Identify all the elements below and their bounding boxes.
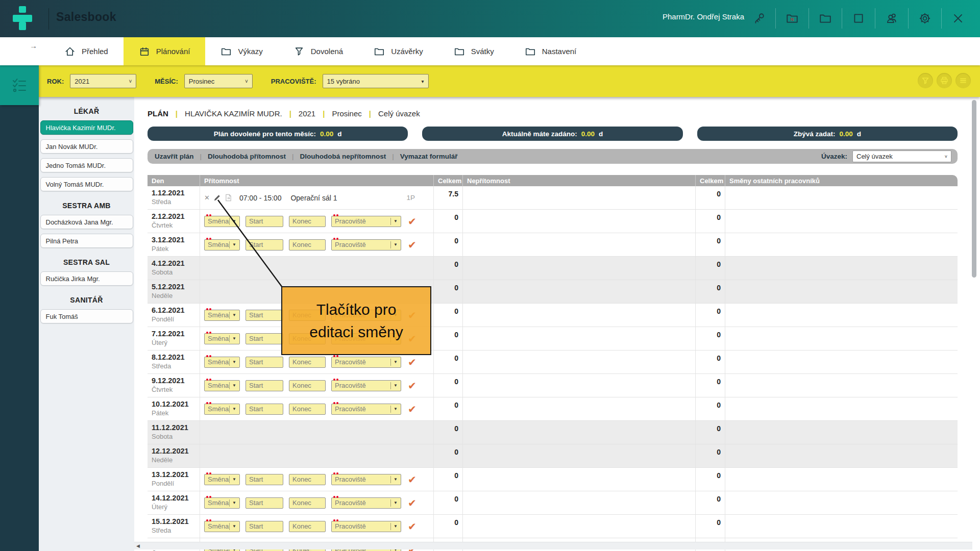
staff-item[interactable]: Pilná Petra [40,234,133,248]
month-select[interactable]: Prosinec ˅ [184,74,253,88]
shift-select[interactable]: Směna▼ [204,497,240,509]
vertical-scrollbar[interactable] [972,100,976,278]
year-select[interactable]: 2021 ˅ [70,74,136,88]
tab-vykazy[interactable]: Výkazy [205,37,278,65]
start-input[interactable]: Start [246,380,283,391]
workplace-row-select[interactable]: Pracoviště▼ [331,216,401,227]
shift-select[interactable]: Směna▼ [204,404,240,415]
row-date: 11.12.2021 [152,423,195,432]
user-name[interactable]: PharmDr. Ondřej Straka [663,12,744,21]
tab-nastaveni[interactable]: Nastavení [509,37,592,65]
edit-shift-icon[interactable] [213,194,221,202]
confirm-check-icon[interactable]: ✔ [408,239,416,251]
workplace-row-select[interactable]: Pracoviště▼ [331,310,401,321]
start-input[interactable]: Start [246,310,283,321]
tab-planovani[interactable]: Plánování [124,37,206,65]
start-input[interactable]: Start [246,239,283,251]
end-input[interactable]: Konec [289,497,326,509]
shift-select[interactable]: Směna▼ [204,239,240,251]
workplace-select[interactable]: 15 vybráno ▾ [323,74,429,88]
workplace-row-select[interactable]: Pracoviště▼ [331,497,401,509]
table-row: 15.12.2021 Středa Směna▼ Start Konec Pra… [148,515,958,538]
staff-item[interactable]: Hlavička Kazimír MUDr. [40,120,133,135]
workplace-row-select[interactable]: Pracoviště▼ [331,333,401,344]
gear-icon[interactable] [917,11,933,26]
delete-shift-icon[interactable]: ✕ [204,194,210,201]
confirm-check-icon[interactable]: ✔ [408,356,416,368]
start-input[interactable]: Start [246,497,283,509]
uvazek-select[interactable]: Celý úvazek ˅ [852,151,951,162]
toolbar-link[interactable]: Vymazat formulář [400,153,458,160]
confirm-check-icon[interactable]: ✔ [408,309,416,321]
staff-item[interactable]: Docházková Jana Mgr. [40,215,133,229]
shift-select[interactable]: Směna▼ [204,310,240,321]
day-cell: 6.12.2021 Pondělí [148,304,200,327]
end-input[interactable]: Konec [289,357,326,368]
tab-svatky[interactable]: Svátky [438,37,509,65]
staff-item[interactable]: Fuk Tomáš [40,309,133,323]
workplace-row-select[interactable]: Pracoviště▼ [331,521,401,532]
confirm-check-icon[interactable]: ✔ [408,403,416,415]
folder-n-icon[interactable]: N [785,11,800,26]
staff-item[interactable]: Jedno Tomáš MUDr. [40,158,133,172]
table-row: 4.12.2021 Sobota00 [148,257,958,280]
start-input[interactable]: Start [246,521,283,532]
start-input[interactable]: Start [246,333,283,344]
scroll-left-arrow-icon[interactable]: ◀ [136,543,140,548]
pill-unit: d [337,130,341,138]
workplace-row-select[interactable]: Pracoviště▼ [331,357,401,368]
shift-select[interactable]: Směna▼ [204,357,240,368]
square-icon[interactable] [851,11,866,26]
tab-uzaverky[interactable]: Uzávěrky [358,37,438,65]
start-input[interactable]: Start [246,404,283,415]
shift-select[interactable]: Směna▼ [204,521,240,532]
start-input[interactable]: Start [246,357,283,368]
key-icon[interactable] [751,11,767,26]
confirm-check-icon[interactable]: ✔ [408,497,416,509]
end-input[interactable]: Konec [289,380,326,391]
shift-select[interactable]: Směna▼ [204,474,240,485]
checklist-panel-button[interactable] [0,65,39,105]
users-icon[interactable] [884,11,899,26]
confirm-check-icon[interactable]: ✔ [408,215,416,228]
end-input[interactable]: Konec [289,521,326,532]
close-icon[interactable] [950,11,966,26]
uvazek-control: Úvazek: Celý úvazek ˅ [821,151,951,162]
nav-arrow-icon[interactable]: → [30,41,37,50]
shift-select[interactable]: Směna▼ [204,333,240,344]
copy-shift-icon[interactable] [225,194,232,202]
confirm-check-icon[interactable]: ✔ [408,473,416,486]
filter-button[interactable] [918,73,933,88]
end-input[interactable]: Konec [289,216,326,227]
tab-dovolena[interactable]: Dovolená [278,37,358,65]
end-input[interactable]: Konec [289,333,326,344]
folder-icon[interactable] [818,11,833,26]
confirm-check-icon[interactable]: ✔ [408,333,416,345]
tab-prehled[interactable]: Přehled [49,37,124,65]
end-input[interactable]: Konec [289,404,326,415]
toolbar-link[interactable]: Dlouhodobá nepřítomnost [300,153,386,160]
column-header: Nepřítomnost [463,175,696,186]
toolbar-link[interactable]: Dlouhodobá přítomnost [208,153,286,160]
workplace-row-select[interactable]: Pracoviště▼ [331,474,401,485]
end-input[interactable]: Konec [289,239,326,251]
printer-button[interactable] [937,73,952,88]
end-input[interactable]: Konec [289,474,326,485]
end-input[interactable]: Konec [289,310,326,321]
horizontal-scrollbar[interactable]: ◀ [134,542,972,549]
toolbar-link[interactable]: Uzavřít plán [155,153,194,160]
start-input[interactable]: Start [246,216,283,227]
other-shifts-cell [725,397,958,420]
start-input[interactable]: Start [246,474,283,485]
confirm-check-icon[interactable]: ✔ [408,520,416,533]
staff-item[interactable]: Ručička Jirka Mgr. [40,271,133,286]
workplace-row-select[interactable]: Pracoviště▼ [331,404,401,415]
confirm-check-icon[interactable]: ✔ [408,380,416,392]
staff-item[interactable]: Volný Tomáš MUDr. [40,177,133,191]
staff-item[interactable]: Jan Novák MUDr. [40,139,133,154]
menu-button[interactable] [955,73,971,88]
shift-select[interactable]: Směna▼ [204,380,240,391]
workplace-row-select[interactable]: Pracoviště▼ [331,380,401,391]
workplace-row-select[interactable]: Pracoviště▼ [331,239,401,251]
shift-select[interactable]: Směna▼ [204,216,240,227]
